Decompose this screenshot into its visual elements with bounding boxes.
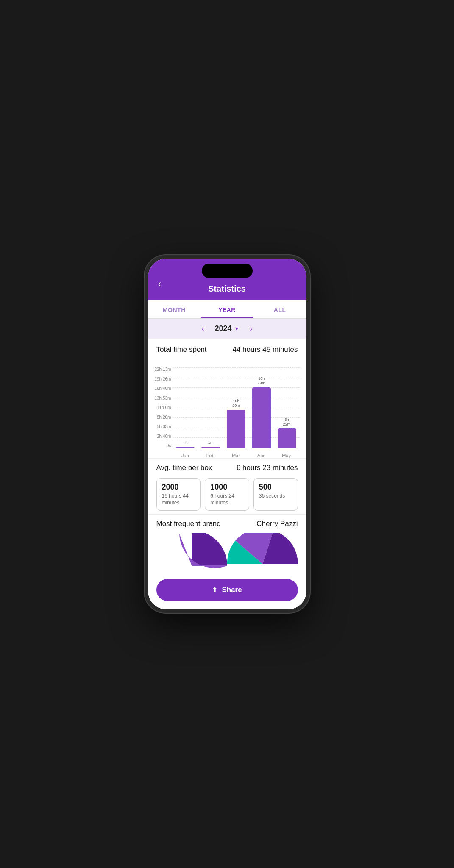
total-time-value: 44 hours 45 minutes — [232, 345, 298, 354]
bar-apr-rect — [252, 387, 271, 448]
box-card-1000[interactable]: 1000 6 hours 24 minutes — [205, 478, 249, 511]
share-bar: ⬆ Share — [148, 575, 306, 609]
y-label-6: 8h 20m — [155, 415, 171, 420]
pie-chart-svg — [156, 533, 227, 575]
x-label-may: May — [282, 453, 291, 458]
tab-month[interactable]: MONTH — [148, 300, 201, 318]
box-count-1000: 1000 — [210, 483, 244, 492]
bar-may: 5h 22m — [274, 417, 300, 448]
dynamic-island — [202, 264, 253, 278]
bar-jan-label: 0s — [184, 441, 188, 446]
bar-chart: 22h 13m 19h 26m 16h 40m 13h 53m 11h 6m 8… — [148, 364, 306, 458]
avg-label: Avg. time per box — [156, 464, 212, 472]
total-time-section: Total time spent 44 hours 45 minutes — [148, 339, 306, 364]
avg-row: Avg. time per box 6 hours 23 minutes — [156, 464, 298, 472]
brand-value: Cherry Pazzi — [256, 520, 298, 528]
share-button[interactable]: ⬆ Share — [156, 579, 298, 601]
bar-may-rect — [278, 428, 296, 448]
x-label-jan: Jan — [181, 453, 189, 458]
year-display[interactable]: 2024 ▼ — [215, 324, 240, 333]
y-label-9: 0s — [155, 444, 171, 448]
bar-mar-label: 10h 29m — [232, 399, 240, 409]
tabs-bar: MONTH YEAR ALL — [148, 300, 306, 319]
brand-section: Most frequent brand Cherry Pazzi — [148, 514, 306, 575]
bar-apr-label: 16h 44m — [258, 376, 265, 386]
bar-jan-rect — [176, 447, 195, 448]
box-count-2000: 2000 — [162, 483, 195, 492]
tab-year[interactable]: YEAR — [201, 300, 253, 318]
x-label-mar: Mar — [232, 453, 240, 458]
y-label-8: 2h 46m — [155, 434, 171, 439]
total-time-row: Total time spent 44 hours 45 minutes — [156, 345, 298, 354]
bar-may-label: 5h 22m — [283, 417, 291, 427]
x-label-feb: Feb — [206, 453, 214, 458]
content-area: Total time spent 44 hours 45 minutes 22h… — [148, 339, 306, 575]
pie-chart-svg2 — [227, 533, 298, 575]
phone-screen: ‹ Statistics MONTH YEAR ALL ‹ 2024 ▼ › T… — [148, 259, 306, 609]
box-time-2000: 16 hours 44 minutes — [162, 493, 195, 506]
phone-frame: ‹ Statistics MONTH YEAR ALL ‹ 2024 ▼ › T… — [145, 255, 310, 613]
box-time-500: 36 seconds — [259, 493, 292, 500]
avg-section: Avg. time per box 6 hours 23 minutes 200… — [148, 458, 306, 514]
share-label: Share — [222, 586, 242, 594]
chevron-down-icon: ▼ — [234, 326, 240, 332]
bar-mar: 10h 29m — [223, 399, 249, 448]
bar-mar-rect — [227, 410, 245, 448]
bar-jan: 0s — [173, 441, 198, 448]
next-year-button[interactable]: › — [246, 324, 256, 334]
y-label-2: 19h 26m — [155, 377, 171, 381]
year-value: 2024 — [215, 324, 232, 333]
tab-all[interactable]: ALL — [253, 300, 306, 318]
bar-feb-label: 1m — [208, 440, 214, 445]
box-count-500: 500 — [259, 483, 292, 492]
back-button[interactable]: ‹ — [155, 277, 164, 291]
y-label-1: 22h 13m — [155, 367, 171, 372]
prev-year-button[interactable]: ‹ — [198, 324, 208, 334]
bar-feb: 1m — [198, 440, 223, 448]
share-icon: ⬆ — [212, 586, 217, 594]
box-card-2000[interactable]: 2000 16 hours 44 minutes — [156, 478, 201, 511]
y-label-4: 13h 53m — [155, 396, 171, 401]
avg-value: 6 hours 23 minutes — [237, 464, 298, 472]
bar-apr: 16h 44m — [249, 376, 274, 448]
year-selector: ‹ 2024 ▼ › — [148, 319, 306, 339]
y-label-5: 11h 6m — [155, 406, 171, 410]
box-cards-row: 2000 16 hours 44 minutes 1000 6 hours 24… — [156, 478, 298, 511]
bar-feb-rect — [201, 447, 220, 448]
y-label-7: 5h 33m — [155, 425, 171, 429]
brand-label: Most frequent brand — [156, 520, 221, 528]
box-card-500[interactable]: 500 36 seconds — [253, 478, 298, 511]
pie-chart — [156, 533, 298, 575]
y-label-3: 16h 40m — [155, 387, 171, 391]
brand-row: Most frequent brand Cherry Pazzi — [156, 520, 298, 528]
box-time-1000: 6 hours 24 minutes — [210, 493, 244, 506]
x-label-apr: Apr — [257, 453, 265, 458]
total-time-label: Total time spent — [156, 345, 207, 354]
page-title: Statistics — [156, 284, 298, 294]
